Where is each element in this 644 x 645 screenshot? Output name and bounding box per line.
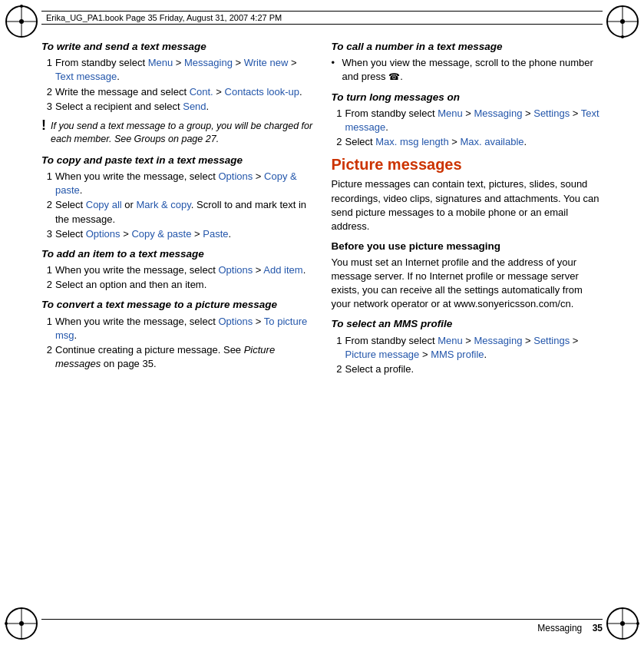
section-call-number: To call a number in a text message • Whe… bbox=[332, 40, 603, 84]
before-picture-messaging-text: You must set an Internet profile and the… bbox=[332, 256, 603, 312]
right-column: To call a number in a text message • Whe… bbox=[332, 34, 603, 616]
step-2-3: 3 Select Options > Copy & paste > Paste. bbox=[41, 227, 313, 241]
header-bar: Erika_UG_PA1.book Page 35 Friday, August… bbox=[41, 11, 603, 25]
section-write-send-title: To write and send a text message bbox=[41, 40, 313, 54]
section-mms-profile: To select an MMS profile 1 From standby … bbox=[332, 317, 603, 376]
long-messages-steps: 1 From standby select Menu > Messaging >… bbox=[332, 107, 603, 150]
step-3-2: 2 Select an option and then an item. bbox=[41, 278, 313, 292]
main-content: To write and send a text message 1 From … bbox=[41, 34, 603, 616]
before-picture-messaging-heading: Before you use picture messaging bbox=[332, 240, 603, 253]
add-item-steps: 1 When you write the message, select Opt… bbox=[41, 263, 313, 292]
corner-decoration-tr bbox=[604, 3, 641, 40]
warning-text: If you send a text message to a group, y… bbox=[51, 120, 313, 146]
call-number-bullets: • When you view the message, scroll to t… bbox=[332, 56, 603, 84]
step-4-2: 2 Continue creating a picture message. S… bbox=[41, 343, 313, 371]
step-5-1: 1 From standby select Menu > Messaging >… bbox=[332, 107, 603, 134]
step-4-1: 1 When you write the message, select Opt… bbox=[41, 315, 313, 342]
copy-paste-steps: 1 When you write the message, select Opt… bbox=[41, 170, 313, 241]
section-call-number-title: To call a number in a text message bbox=[332, 40, 603, 54]
svg-point-14 bbox=[5, 622, 8, 625]
corner-decoration-br bbox=[604, 605, 641, 642]
left-column: To write and send a text message 1 From … bbox=[41, 34, 313, 616]
section-long-messages: To turn long messages on 1 From standby … bbox=[332, 91, 603, 150]
section-long-messages-title: To turn long messages on bbox=[332, 91, 603, 104]
section-copy-paste-title: To copy and paste text in a text message bbox=[41, 154, 313, 167]
phone-icon: ☎ bbox=[388, 71, 400, 82]
step-3-1: 1 When you write the message, select Opt… bbox=[41, 263, 313, 277]
corner-decoration-bl bbox=[3, 605, 40, 642]
mms-profile-steps: 1 From standby select Menu > Messaging >… bbox=[332, 334, 603, 377]
step-1-1: 1 From standby select Menu > Messaging >… bbox=[41, 56, 313, 84]
svg-point-9 bbox=[621, 35, 624, 38]
svg-point-19 bbox=[636, 622, 639, 625]
section-mms-profile-title: To select an MMS profile bbox=[332, 317, 603, 331]
footer-label: Messaging bbox=[537, 623, 582, 633]
picture-messages-heading: Picture messages bbox=[332, 155, 603, 174]
warning-box: ! If you send a text message to a group,… bbox=[41, 120, 313, 146]
footer: Messaging 35 bbox=[41, 619, 603, 634]
warning-icon: ! bbox=[41, 118, 46, 146]
footer-page: 35 bbox=[593, 623, 603, 633]
section-copy-paste: To copy and paste text in a text message… bbox=[41, 154, 313, 241]
section-add-item: To add an item to a text message 1 When … bbox=[41, 247, 313, 293]
bullet-call-1: • When you view the message, scroll to t… bbox=[332, 56, 603, 84]
picture-messages-intro: Picture messages can contain text, pictu… bbox=[332, 177, 603, 233]
step-2-1: 1 When you write the message, select Opt… bbox=[41, 170, 313, 197]
step-6-2: 2 Select a profile. bbox=[332, 362, 603, 376]
convert-steps: 1 When you write the message, select Opt… bbox=[41, 315, 313, 372]
section-write-send: To write and send a text message 1 From … bbox=[41, 40, 313, 114]
step-6-1: 1 From standby select Menu > Messaging >… bbox=[332, 334, 603, 362]
write-send-steps: 1 From standby select Menu > Messaging >… bbox=[41, 56, 313, 114]
corner-decoration-tl bbox=[3, 3, 40, 40]
section-convert: To convert a text message to a picture m… bbox=[41, 298, 313, 371]
step-1-2: 2 Write the message and select Cont. > C… bbox=[41, 85, 313, 99]
step-1-3: 3 Select a recipient and select Send. bbox=[41, 100, 313, 114]
svg-point-4 bbox=[20, 5, 23, 8]
section-convert-title: To convert a text message to a picture m… bbox=[41, 298, 313, 312]
header-text: Erika_UG_PA1.book Page 35 Friday, August… bbox=[46, 13, 282, 22]
section-add-item-title: To add an item to a text message bbox=[41, 247, 313, 261]
step-2-2: 2 Select Copy all or Mark & copy. Scroll… bbox=[41, 198, 313, 226]
step-5-2: 2 Select Max. msg length > Max. availabl… bbox=[332, 135, 603, 149]
